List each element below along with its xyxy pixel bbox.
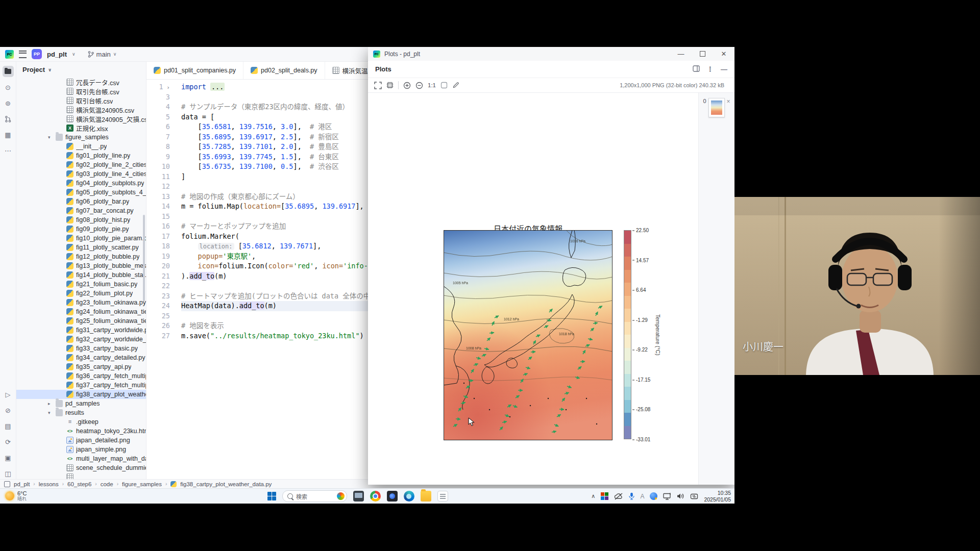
tray-chevron-icon[interactable]: ∧ — [591, 493, 595, 499]
learn-tool-icon[interactable]: ⊚ — [3, 97, 14, 109]
breadcrumb-item[interactable]: figure_samples — [122, 481, 162, 487]
display-cast-icon[interactable] — [663, 493, 671, 500]
chevron-icon[interactable]: ▾ — [48, 410, 53, 415]
tree-item[interactable]: fig02_plotly_line_2_cities.py — [16, 160, 146, 169]
terminal-tool-icon[interactable]: ▣ — [3, 452, 14, 463]
breadcrumb-item[interactable]: fig38_cartpy_plot_weather_data.py — [180, 481, 272, 487]
main-menu-icon[interactable] — [19, 51, 27, 58]
tree-item[interactable]: fig09_plotly_pie.py — [16, 224, 146, 234]
tree-item[interactable]: ▾figure_samples — [16, 133, 146, 142]
close-button[interactable]: ✕ — [713, 47, 734, 61]
tree-item[interactable]: fig13_plotly_bubble_mesh.py — [16, 261, 146, 270]
tree-item[interactable]: fig24_folium_okinawa_tier_layers.py — [16, 307, 146, 316]
edge-icon[interactable] — [404, 491, 414, 502]
tree-item[interactable]: fig34_cartpy_detailed.py — [16, 353, 146, 362]
tree-item[interactable]: fig08_plotly_hist.py — [16, 215, 146, 224]
tree-item[interactable]: ≡.gitkeep — [16, 417, 146, 427]
notepad-icon[interactable] — [437, 491, 448, 502]
fit-to-view-icon[interactable] — [374, 82, 382, 89]
minimize-button[interactable]: — — [670, 47, 692, 61]
plot-canvas[interactable]: 日本付近の気象情報 — [368, 93, 698, 485]
tree-item[interactable]: japan_detailed.png — [16, 436, 146, 445]
tree-item[interactable]: 取引台帳.csv — [16, 96, 146, 105]
run-tool-icon[interactable]: ▷ — [3, 389, 14, 400]
zoom-out-icon[interactable] — [415, 82, 423, 89]
plots-titlebar[interactable]: PC Plots - pd_plt — ✕ — [368, 47, 734, 61]
project-tool-icon[interactable] — [3, 66, 14, 77]
tree-item[interactable]: 取引先台帳.csv — [16, 87, 146, 96]
problems-tool-icon[interactable]: ⟳ — [3, 436, 14, 447]
tree-scrollbar[interactable] — [143, 215, 145, 302]
tree-item[interactable]: fig36_cartpy_fetch_multiple.py — [16, 371, 146, 381]
tree-item[interactable]: fig38_cartpy_plot_weather_data.py — [16, 390, 146, 399]
ime-mode-icon[interactable]: A — [640, 493, 644, 500]
zoom-in-icon[interactable] — [403, 82, 411, 89]
ime-switch-icon[interactable] — [690, 493, 698, 500]
assistant-orb-icon[interactable] — [650, 492, 657, 500]
close-thumbnail-icon[interactable]: × — [727, 98, 730, 105]
tree-item[interactable]: ▸pd_samples — [16, 399, 146, 408]
maximize-button[interactable] — [692, 47, 713, 61]
onedrive-off-icon[interactable] — [614, 493, 623, 500]
debug-tool-icon[interactable]: ⊘ — [3, 405, 14, 416]
chevron-icon[interactable]: ▸ — [48, 401, 53, 406]
tree-item[interactable]: fig35_cartpy_api.py — [16, 362, 146, 371]
tree-item[interactable]: fig25_folium_okinawa_tier_layers_wit — [16, 316, 146, 325]
tree-item[interactable]: fig12_plotly_bubble.py — [16, 252, 146, 261]
tree-item[interactable]: fig21_folium_basic.py — [16, 280, 146, 289]
chevron-icon[interactable]: ▾ — [48, 135, 53, 140]
tree-item[interactable]: <>heatmap_tokyo_23ku.html — [16, 427, 146, 436]
tree-item[interactable]: fig01_plotly_line.py — [16, 151, 146, 160]
tree-item[interactable]: fig10_plotly_pie_param.py — [16, 234, 146, 243]
tree-item[interactable]: japan_simple.png — [16, 445, 146, 454]
hide-panel-icon[interactable]: — — [721, 65, 727, 73]
taskbar-app-monitor[interactable] — [353, 491, 364, 502]
services-tool-icon[interactable]: ▤ — [3, 420, 14, 432]
tree-item[interactable]: fig05_plotly_subplots_4_cities.py — [16, 188, 146, 197]
breadcrumb-item[interactable]: 60_step6 — [67, 481, 91, 487]
fold-icon[interactable]: › — [163, 84, 170, 91]
project-avatar[interactable]: PP — [32, 49, 42, 59]
tree-item[interactable]: fig07_bar_concat.py — [16, 206, 146, 215]
tree-item[interactable]: X正規化.xlsx — [16, 123, 146, 133]
breadcrumb-item[interactable]: pd_plt — [14, 481, 30, 487]
more-tools-icon[interactable]: ⋯ — [3, 145, 14, 156]
start-button[interactable] — [267, 492, 276, 500]
tree-item[interactable]: fig14_plotly_bubble_stat.py — [16, 270, 146, 280]
tree-item[interactable]: fig32_cartpy_worldwide_azimuthal_m — [16, 335, 146, 344]
tree-item[interactable]: 横浜気温240905_欠損.csv — [16, 114, 146, 123]
tree-item[interactable]: fig04_plotly_subplots.py — [16, 179, 146, 188]
tree-item[interactable]: <>multi_layer_map_with_data.html — [16, 454, 146, 463]
tree-item[interactable]: fig23_folium_okinawa.py — [16, 298, 146, 307]
tree-item[interactable]: fig03_plotly_line_4_cities_add_trace.p — [16, 169, 146, 179]
tree-item[interactable]: fig06_plotly_bar.py — [16, 197, 146, 206]
tree-item[interactable] — [16, 472, 146, 479]
microphone-icon[interactable] — [629, 492, 634, 500]
editor-tab[interactable]: pd02_split_deals.py — [243, 62, 325, 79]
grid-toggle-icon[interactable] — [440, 82, 448, 89]
editor-tab[interactable]: pd01_split_companies.py — [146, 62, 243, 79]
tree-item[interactable]: 冗長データ.csv — [16, 78, 146, 87]
taskbar-clock[interactable]: 10:35 2025/01/05 — [704, 490, 731, 502]
search-input[interactable]: 検索 — [282, 490, 347, 502]
tree-item[interactable]: fig31_cartpy_worldwide.py — [16, 325, 146, 335]
tree-item[interactable]: __init__.py — [16, 142, 146, 151]
pull-requests-icon[interactable] — [3, 113, 14, 124]
edit-pen-icon[interactable] — [452, 82, 459, 89]
commit-tool-icon[interactable]: ⊙ — [3, 82, 14, 93]
notifications-icon[interactable]: ◫ — [3, 468, 14, 479]
tree-item[interactable]: ▾results — [16, 408, 146, 417]
zoom-level[interactable]: 1:1 — [428, 82, 436, 88]
actual-size-icon[interactable] — [386, 82, 394, 89]
widgets-grid-icon[interactable] — [601, 492, 608, 500]
tree-item[interactable]: fig22_folium_plot.py — [16, 289, 146, 298]
file-explorer-icon[interactable] — [421, 491, 431, 502]
speaker-icon[interactable] — [677, 493, 684, 499]
tree-item[interactable]: scene_schedule_dummies.csv — [16, 463, 146, 472]
breadcrumb-item[interactable]: code — [101, 481, 113, 487]
breadcrumb-item[interactable]: lessons — [39, 481, 59, 487]
chevron-down-icon[interactable]: ∨ — [48, 67, 52, 72]
chrome-icon[interactable] — [370, 491, 381, 502]
layout-settings-icon[interactable] — [693, 65, 700, 73]
tree-item[interactable]: 横浜気温240905.csv — [16, 105, 146, 114]
